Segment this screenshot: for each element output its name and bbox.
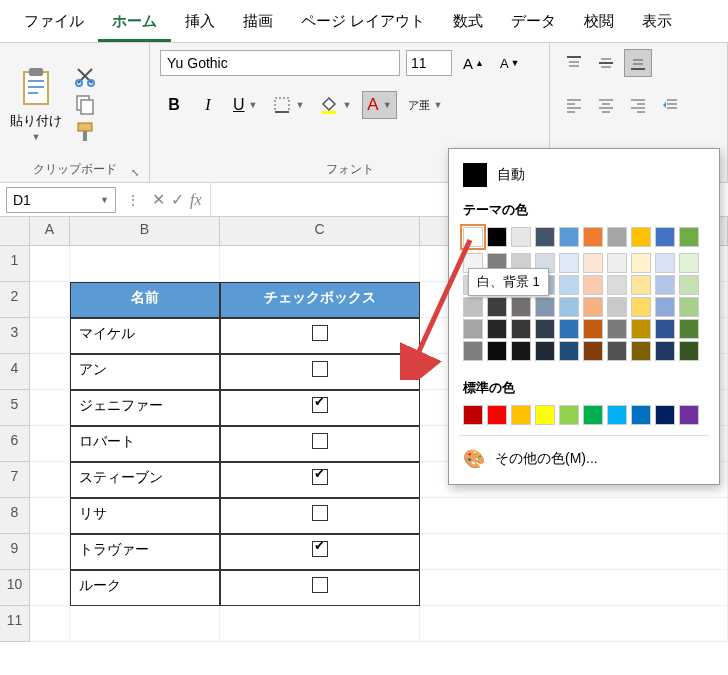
color-swatch[interactable] — [463, 405, 483, 425]
align-center-icon[interactable] — [592, 91, 620, 119]
border-button[interactable]: ▼ — [268, 91, 309, 119]
clipboard-launcher-icon[interactable]: ⤡ — [131, 167, 139, 178]
align-top-icon[interactable] — [560, 49, 588, 77]
cell[interactable]: スティーブン — [70, 462, 220, 498]
cut-icon[interactable] — [74, 65, 96, 87]
cell[interactable]: チェックボックス — [220, 282, 420, 318]
color-swatch[interactable] — [631, 253, 651, 273]
color-swatch[interactable] — [487, 341, 507, 361]
color-swatch[interactable] — [607, 275, 627, 295]
color-swatch[interactable] — [655, 297, 675, 317]
paste-icon[interactable] — [18, 66, 54, 110]
col-header-b[interactable]: B — [70, 217, 220, 245]
cell[interactable] — [420, 606, 728, 642]
cell[interactable]: ジェニファー — [70, 390, 220, 426]
decrease-indent-icon[interactable] — [656, 91, 684, 119]
cell[interactable]: リサ — [70, 498, 220, 534]
color-swatch[interactable] — [511, 341, 531, 361]
color-swatch[interactable] — [679, 275, 699, 295]
cell[interactable]: トラヴァー — [70, 534, 220, 570]
tab-home[interactable]: ホーム — [98, 4, 171, 42]
tab-formulas[interactable]: 数式 — [439, 4, 497, 42]
cell[interactable] — [30, 534, 70, 570]
format-painter-icon[interactable] — [74, 121, 96, 143]
cell[interactable] — [220, 426, 420, 462]
color-swatch[interactable] — [535, 297, 555, 317]
tab-draw[interactable]: 描画 — [229, 4, 287, 42]
color-swatch[interactable] — [511, 319, 531, 339]
color-swatch[interactable] — [559, 227, 579, 247]
color-swatch[interactable] — [583, 275, 603, 295]
color-swatch[interactable] — [655, 253, 675, 273]
color-swatch[interactable] — [583, 253, 603, 273]
cell[interactable] — [220, 318, 420, 354]
cell[interactable] — [30, 246, 70, 282]
tab-file[interactable]: ファイル — [10, 4, 98, 42]
font-size-select[interactable] — [406, 50, 452, 76]
color-swatch[interactable] — [511, 297, 531, 317]
checkbox[interactable] — [312, 469, 328, 485]
color-swatch[interactable] — [655, 319, 675, 339]
color-swatch[interactable] — [679, 319, 699, 339]
checkbox[interactable] — [312, 505, 328, 521]
color-swatch[interactable] — [487, 319, 507, 339]
row-header[interactable]: 10 — [0, 570, 30, 606]
ruby-button[interactable]: ア亜▼ — [403, 91, 448, 119]
color-swatch[interactable] — [559, 253, 579, 273]
cell[interactable] — [220, 606, 420, 642]
cell[interactable] — [220, 498, 420, 534]
bold-button[interactable]: B — [160, 91, 188, 119]
checkbox[interactable] — [312, 361, 328, 377]
cell[interactable] — [220, 354, 420, 390]
color-swatch[interactable] — [679, 405, 699, 425]
name-box-options-icon[interactable]: ⋮ — [122, 192, 144, 208]
cell[interactable] — [30, 426, 70, 462]
cell[interactable] — [30, 462, 70, 498]
cell[interactable] — [70, 246, 220, 282]
color-swatch[interactable] — [631, 227, 651, 247]
color-swatch[interactable] — [655, 341, 675, 361]
row-header[interactable]: 7 — [0, 462, 30, 498]
cell[interactable]: ルーク — [70, 570, 220, 606]
color-swatch[interactable] — [535, 227, 555, 247]
color-swatch[interactable] — [559, 405, 579, 425]
row-header[interactable]: 1 — [0, 246, 30, 282]
underline-button[interactable]: U▼ — [228, 91, 262, 119]
color-swatch[interactable] — [583, 319, 603, 339]
font-name-select[interactable] — [160, 50, 400, 76]
checkbox[interactable] — [312, 577, 328, 593]
tab-page-layout[interactable]: ページ レイアウト — [287, 4, 439, 42]
color-swatch[interactable] — [607, 405, 627, 425]
cell[interactable] — [30, 570, 70, 606]
cell[interactable] — [220, 246, 420, 282]
tab-insert[interactable]: 挿入 — [171, 4, 229, 42]
color-swatch[interactable] — [487, 297, 507, 317]
color-swatch[interactable] — [463, 319, 483, 339]
color-swatch[interactable] — [583, 405, 603, 425]
color-swatch[interactable] — [559, 275, 579, 295]
color-swatch[interactable] — [487, 227, 507, 247]
cell[interactable] — [420, 498, 728, 534]
color-swatch[interactable] — [607, 253, 627, 273]
row-header[interactable]: 6 — [0, 426, 30, 462]
enter-icon[interactable]: ✓ — [171, 190, 184, 209]
color-swatch[interactable] — [583, 227, 603, 247]
namebox-caret-icon[interactable]: ▼ — [100, 195, 109, 205]
checkbox[interactable] — [312, 397, 328, 413]
cell[interactable] — [420, 534, 728, 570]
cancel-icon[interactable]: ✕ — [152, 190, 165, 209]
paste-label[interactable]: 貼り付け — [10, 112, 62, 130]
color-swatch[interactable] — [679, 253, 699, 273]
color-swatch[interactable] — [535, 341, 555, 361]
cell[interactable] — [30, 606, 70, 642]
color-swatch[interactable] — [583, 297, 603, 317]
cell[interactable] — [30, 498, 70, 534]
color-swatch[interactable] — [463, 227, 483, 247]
color-swatch[interactable] — [679, 227, 699, 247]
cell[interactable] — [30, 354, 70, 390]
row-header[interactable]: 11 — [0, 606, 30, 642]
cell[interactable] — [30, 318, 70, 354]
color-swatch[interactable] — [511, 227, 531, 247]
color-swatch[interactable] — [559, 319, 579, 339]
checkbox[interactable] — [312, 325, 328, 341]
